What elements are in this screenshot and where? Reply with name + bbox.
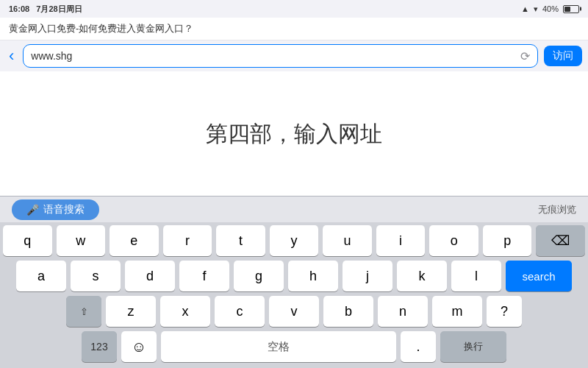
key-b[interactable]: b	[323, 296, 373, 327]
page-title: 黄金网入口免费-如何免费进入黄金网入口？	[9, 23, 193, 34]
emoji-key[interactable]: ☺	[121, 331, 157, 362]
key-z[interactable]: z	[106, 296, 156, 327]
dot-key[interactable]: .	[401, 331, 436, 362]
keyboard-rows: q w e r t y u i o p ⌫ a s d f g h j k l …	[0, 222, 588, 368]
nav-bar: ‹ www.shg ⟳ 访问	[0, 40, 588, 71]
key-p[interactable]: p	[483, 225, 532, 256]
status-time-date: 16:08 7月28日周日	[9, 4, 82, 15]
key-n[interactable]: n	[378, 296, 428, 327]
signal-icon: ▲	[521, 4, 529, 13]
key-row-4: 123 ☺ 空格 . 换行	[3, 331, 585, 362]
key-r[interactable]: r	[163, 225, 212, 256]
address-text: www.shg	[31, 50, 520, 62]
key-o[interactable]: o	[429, 225, 478, 256]
question-key[interactable]: ?	[487, 296, 522, 327]
main-content: 第四部，输入网址	[0, 71, 588, 197]
visit-button[interactable]: 访问	[544, 46, 582, 66]
key-f[interactable]: f	[179, 261, 229, 291]
key-y[interactable]: y	[270, 225, 319, 256]
num-key[interactable]: 123	[82, 331, 117, 362]
address-bar[interactable]: www.shg ⟳	[23, 44, 538, 68]
return-key[interactable]: 换行	[440, 331, 506, 362]
key-t[interactable]: t	[216, 225, 265, 256]
key-e[interactable]: e	[110, 225, 159, 256]
space-key[interactable]: 空格	[161, 331, 396, 362]
battery-percentage: 40%	[542, 4, 559, 13]
voice-search-button[interactable]: 🎤 语音搜索	[12, 199, 99, 220]
keyboard-toolbar: 🎤 语音搜索 无痕浏览	[0, 196, 588, 222]
key-w[interactable]: w	[57, 225, 106, 256]
private-mode-label: 无痕浏览	[538, 203, 576, 216]
key-x[interactable]: x	[160, 296, 210, 327]
shift-key[interactable]: ⇧	[66, 296, 101, 327]
key-j[interactable]: j	[343, 261, 392, 291]
key-a[interactable]: a	[16, 261, 66, 291]
key-q[interactable]: q	[3, 225, 52, 256]
key-u[interactable]: u	[323, 225, 372, 256]
key-m[interactable]: m	[432, 296, 482, 327]
status-time: 16:08	[9, 4, 29, 13]
key-h[interactable]: h	[288, 261, 338, 291]
key-c[interactable]: c	[215, 296, 265, 327]
voice-search-label: 语音搜索	[43, 203, 85, 216]
key-l[interactable]: l	[451, 261, 501, 291]
status-bar: 16:08 7月28日周日 ▲ ▾ 40%	[0, 0, 588, 18]
key-v[interactable]: v	[269, 296, 319, 327]
status-right: ▲ ▾ 40%	[521, 4, 579, 14]
battery-icon	[563, 5, 579, 13]
key-g[interactable]: g	[234, 261, 284, 291]
keyboard-container: 🎤 语音搜索 无痕浏览 q w e r t y u i o p ⌫ a s d …	[0, 196, 588, 368]
wifi-icon: ▾	[534, 4, 538, 14]
search-key[interactable]: search	[506, 261, 572, 291]
backspace-key[interactable]: ⌫	[536, 225, 585, 256]
battery-fill	[564, 7, 570, 12]
reload-icon[interactable]: ⟳	[520, 49, 530, 63]
page-title-bar: 黄金网入口免费-如何免费进入黄金网入口？	[0, 18, 588, 40]
instruction-text: 第四部，输入网址	[206, 119, 382, 149]
key-d[interactable]: d	[125, 261, 175, 291]
key-i[interactable]: i	[376, 225, 426, 256]
key-row-1: q w e r t y u i o p ⌫	[3, 225, 585, 256]
mic-icon: 🎤	[26, 204, 39, 216]
key-s[interactable]: s	[71, 261, 121, 291]
status-date: 7月28日周日	[36, 4, 82, 13]
key-row-2: a s d f g h j k l search	[3, 261, 585, 291]
back-button[interactable]: ‹	[6, 46, 17, 66]
key-k[interactable]: k	[397, 261, 447, 291]
key-row-3: ⇧ z x c v b n m ?	[3, 296, 585, 327]
